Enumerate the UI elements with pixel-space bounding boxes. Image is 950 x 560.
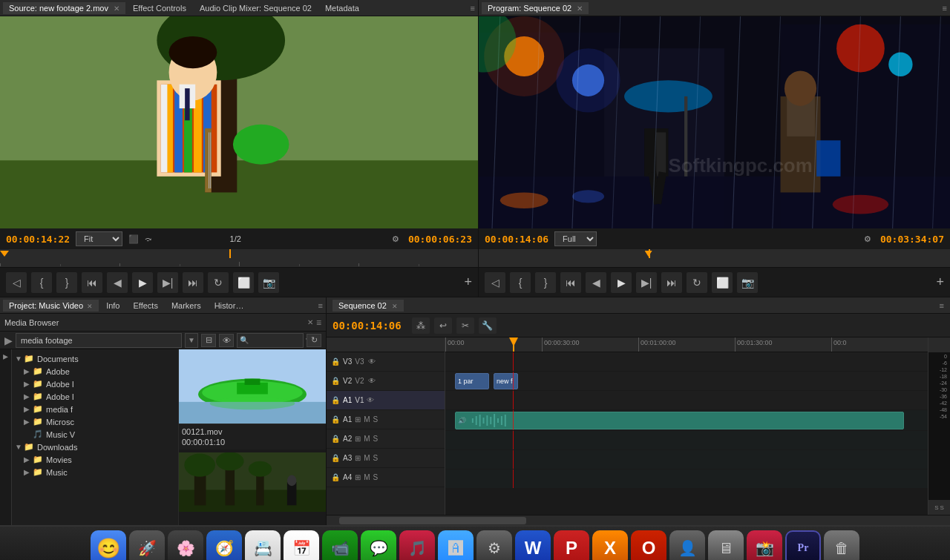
prog-mark-in[interactable]: ◁	[485, 272, 505, 293]
source-loop[interactable]: ↻	[208, 272, 229, 293]
tree-item-musicv[interactable]: 🎵 Music V	[12, 428, 178, 441]
source-fit-dropdown[interactable]: Fit 25% 50% 100%	[76, 231, 122, 246]
track-row-a4[interactable]	[445, 470, 928, 489]
track-row-a3[interactable]	[445, 450, 928, 470]
tab-markers[interactable]: Markers	[166, 300, 207, 312]
program-scrub-bar[interactable]	[479, 249, 950, 258]
media-browser-menu-icon[interactable]: ≡	[316, 317, 321, 328]
source-mark-out[interactable]: }	[56, 272, 77, 293]
program-settings-icon[interactable]: ⚙	[864, 234, 871, 244]
track-row-a2[interactable]	[445, 431, 928, 450]
program-fit-dropdown[interactable]: Full Fit 50%	[554, 231, 597, 246]
dock-safari[interactable]: 🧭	[206, 530, 242, 560]
panel-collapse-icon[interactable]: ◀	[1, 352, 11, 363]
a2-s-btn[interactable]: S	[373, 435, 379, 443]
source-extract-icon[interactable]: ⤼	[145, 234, 151, 244]
program-panel-menu[interactable]: ≡	[943, 4, 947, 13]
a3-s-btn[interactable]: S	[373, 454, 379, 462]
source-safe-margins[interactable]: ⬜	[233, 272, 254, 293]
a1-s-btn[interactable]: S	[373, 415, 379, 424]
a2-sync-icon[interactable]: ⊞	[355, 435, 361, 443]
a2-m-btn[interactable]: M	[364, 435, 370, 443]
v2-clip-2[interactable]: new f	[494, 373, 518, 389]
source-mark-clip[interactable]: {	[31, 272, 52, 293]
source-ruler[interactable]	[0, 258, 478, 267]
dock-activity[interactable]: ⚙	[476, 530, 512, 560]
v1-eye-icon[interactable]: 👁	[367, 396, 374, 404]
source-step-fwd[interactable]: ▶|	[157, 272, 178, 293]
track-row-v3[interactable]	[445, 352, 928, 372]
prog-loop[interactable]: ↻	[687, 272, 707, 293]
a4-m-btn[interactable]: M	[364, 473, 370, 481]
prog-goto-out[interactable]: ⏭	[661, 272, 682, 293]
tab-info[interactable]: Info	[100, 300, 125, 312]
tree-item-documents[interactable]: ▼ 📁 Documents	[12, 352, 178, 365]
tab-effects[interactable]: Effects	[127, 300, 163, 312]
scrollbar-thumb[interactable]	[339, 517, 526, 524]
a4-lock-icon[interactable]: 🔒	[331, 473, 340, 481]
dock-calendar[interactable]: 📅	[284, 530, 319, 560]
tab-source[interactable]: Source: new footage 2.mov ✕	[3, 2, 125, 14]
dock-contacts[interactable]: 📇	[245, 530, 281, 560]
close-source-tab[interactable]: ✕	[114, 4, 119, 13]
search-input[interactable]	[251, 336, 303, 345]
tree-item-mediaf[interactable]: ▶ 📁 media f	[12, 403, 178, 415]
dock-premiere[interactable]: Pr	[785, 530, 821, 560]
a4-sync-icon[interactable]: ⊞	[355, 473, 361, 481]
source-insert-icon[interactable]: ⬛	[128, 234, 139, 244]
timeline-scrollbar[interactable]	[327, 515, 950, 525]
tree-item-microsc[interactable]: ▶ 📁 Microsc	[12, 415, 178, 428]
tab-effect-controls[interactable]: Effect Controls	[127, 2, 192, 14]
a1-lock-icon[interactable]: 🔒	[331, 415, 340, 424]
source-settings-icon[interactable]: ⚙	[392, 234, 399, 244]
source-add-btn[interactable]: +	[464, 274, 472, 290]
dock-accounts[interactable]: 👤	[669, 530, 705, 560]
timeline-ruler[interactable]: 00:00 00:00:30:00 00:01:00:00 00:01:30:0…	[445, 337, 928, 352]
track-row-a1[interactable]: 🔊	[445, 410, 928, 431]
source-mark-in[interactable]: ◁	[6, 272, 27, 293]
source-goto-in[interactable]: ⏮	[82, 272, 102, 293]
tree-item-downloads[interactable]: ▼ 📁 Downloads	[12, 441, 178, 453]
prog-safe-margins[interactable]: ⬜	[712, 272, 733, 293]
dock-remote[interactable]: 🖥	[708, 530, 744, 560]
refresh-icon[interactable]: ↻	[307, 334, 321, 347]
v2-lock-icon[interactable]: 🔒	[331, 377, 340, 385]
tab-history[interactable]: Histor…	[209, 300, 250, 312]
dock-messages[interactable]: 💬	[361, 530, 396, 560]
prog-add-btn[interactable]: +	[936, 274, 944, 290]
a3-lock-icon[interactable]: 🔒	[331, 454, 340, 462]
dock-trash[interactable]: 🗑	[824, 530, 859, 560]
prog-step-back[interactable]: ◀	[586, 272, 606, 293]
filter-icon[interactable]: ⊟	[201, 334, 216, 347]
source-play[interactable]: ▶	[132, 272, 153, 293]
dock-appstore[interactable]: 🅰	[438, 530, 474, 560]
close-project-tab[interactable]: ✕	[87, 303, 93, 310]
source-camera[interactable]: 📷	[258, 272, 279, 293]
prog-goto-in[interactable]: ⏮	[560, 272, 581, 293]
source-step-back[interactable]: ◀	[107, 272, 128, 293]
v1-lock-icon[interactable]: 🔒	[331, 396, 340, 404]
a1-clip[interactable]: 🔊	[455, 412, 904, 429]
tl-snap-btn[interactable]: ⁂	[412, 317, 430, 334]
v2-clip-1[interactable]: 1 par	[455, 373, 489, 389]
sidebar-toggle-icon[interactable]: ▶	[4, 335, 13, 346]
dock-opera[interactable]: O	[631, 530, 666, 560]
view-toggle-icon[interactable]: 👁	[219, 334, 234, 347]
tab-metadata[interactable]: Metadata	[319, 2, 365, 14]
timeline-menu[interactable]: ≡	[940, 301, 944, 310]
a4-s-btn[interactable]: S	[373, 473, 379, 481]
tree-item-music[interactable]: ▶ 📁 Music	[12, 466, 178, 478]
close-media-browser[interactable]: ✕	[307, 318, 313, 326]
tab-project[interactable]: Project: Music Video ✕	[3, 300, 99, 312]
tree-item-movies[interactable]: ▶ 📁 Movies	[12, 453, 178, 466]
track-row-v1[interactable]	[445, 391, 928, 410]
prog-mark-clip[interactable]: {	[510, 272, 531, 293]
a2-lock-icon[interactable]: 🔒	[331, 435, 340, 443]
a1-m-btn[interactable]: M	[364, 415, 370, 424]
tab-program[interactable]: Program: Sequence 02 ✕	[482, 2, 589, 14]
v3-lock-icon[interactable]: 🔒	[331, 358, 340, 366]
dock-powerpoint[interactable]: P	[554, 530, 589, 560]
dock-finder[interactable]: 😊	[91, 530, 126, 560]
tree-item-adobe1[interactable]: ▶ 📁 Adobe	[12, 365, 178, 378]
tl-razor-btn[interactable]: ✂	[456, 317, 474, 334]
